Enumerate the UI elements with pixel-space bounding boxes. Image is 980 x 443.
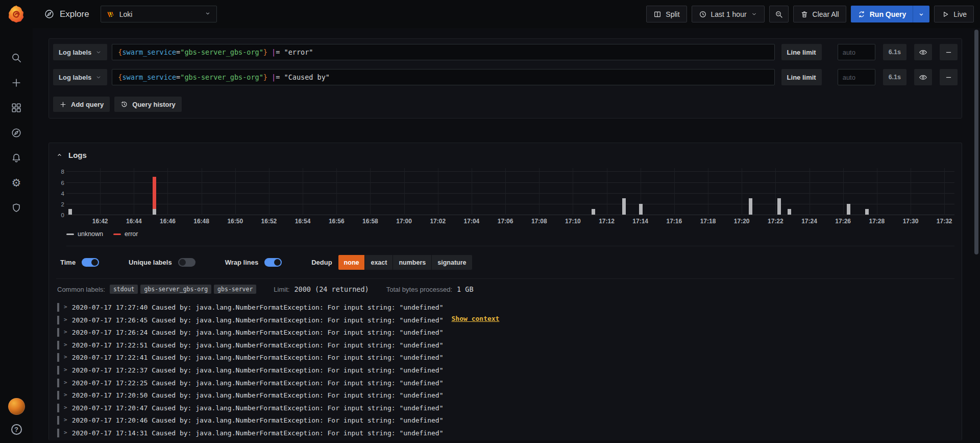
logs-panel-header[interactable]: Logs [56,148,954,162]
split-button[interactable]: Split [646,6,687,22]
line-limit-input[interactable] [838,69,875,85]
row-expand-chevron-icon[interactable]: > [64,354,67,360]
search-icon[interactable] [11,52,22,63]
dedup-option-none[interactable]: none [338,255,365,270]
create-new-icon[interactable] [11,77,22,88]
x-tick-label: 17:22 [768,218,783,225]
log-row[interactable]: >2020-07-17 17:22:51 Caused by: java.lan… [56,340,954,353]
log-row[interactable]: >2020-07-17 17:27:40 Caused by: java.lan… [56,302,954,315]
row-expand-chevron-icon[interactable]: > [64,429,67,436]
x-tick-label: 17:16 [667,218,682,225]
query-row-2: Log labels {swarm_service="gbs-server_gb… [53,69,958,85]
toggle-visibility-button[interactable] [914,69,932,85]
legend-item-unknown[interactable]: unknown [66,230,103,238]
x-tick-label: 16:42 [92,218,108,225]
log-row[interactable]: >2020-07-17 17:22:41 Caused by: java.lan… [56,352,954,365]
log-level-bar [57,316,59,324]
log-row[interactable]: >2020-07-17 17:22:25 Caused by: java.lan… [56,378,954,390]
split-icon [653,10,662,18]
log-row[interactable]: >2020-07-17 17:20:47 Caused by: java.lan… [56,403,954,415]
log-labels-dropdown[interactable]: Log labels [53,44,107,60]
row-expand-chevron-icon[interactable]: > [64,416,67,423]
gridline-h [66,204,954,204]
dedup-option-signature[interactable]: signature [432,255,472,270]
log-line-text: 2020-07-17 17:20:50 Caused by: java.lang… [72,390,444,401]
datasource-picker[interactable]: Loki [101,6,217,22]
chart-plot-area[interactable] [66,168,954,215]
configuration-gear-icon[interactable]: ⚙ [11,177,22,189]
grafana-logo-icon[interactable] [5,3,28,26]
toggle-switch[interactable] [82,258,99,267]
query-expression-input[interactable]: {swarm_service="gbs-server_gbs-org"} |= … [112,69,774,85]
server-admin-shield-icon[interactable] [11,202,22,214]
dedup-option-numbers[interactable]: numbers [393,255,431,270]
help-icon[interactable]: ? [11,424,22,435]
common-label-chip: stdout [110,285,138,294]
remove-query-button[interactable] [940,69,958,85]
toggle-visibility-button[interactable] [914,44,932,60]
log-volume-bar [592,209,595,215]
row-expand-chevron-icon[interactable]: > [64,404,67,411]
query-expression-input[interactable]: {swarm_service="gbs-server_gbs-org"} |= … [112,44,774,60]
log-volume-bar [639,204,643,215]
zoom-out-button[interactable] [769,6,789,22]
row-expand-chevron-icon[interactable]: > [64,391,67,398]
log-row[interactable]: >2020-07-17 17:26:24 Caused by: java.lan… [56,327,954,340]
x-tick-label: 16:48 [193,218,209,225]
scrollbar-thumb[interactable] [974,30,978,254]
bar-segment-unknown [592,209,595,215]
query-token: | [272,73,276,81]
log-row[interactable]: >2020-07-17 17:20:50 Caused by: java.lan… [56,390,954,403]
query-token: = [276,48,280,56]
explore-compass-icon[interactable] [11,127,22,138]
row-expand-chevron-icon[interactable]: > [64,341,67,348]
clear-all-button[interactable]: Clear All [793,6,846,22]
row-expand-chevron-icon[interactable]: > [64,366,67,373]
toggle-label: Time [60,259,76,266]
run-query-button[interactable]: Run Query [851,6,930,22]
chevron-down-icon [751,11,757,17]
log-volume-bar [777,198,781,215]
dashboards-grid-icon[interactable] [11,102,22,113]
line-limit-input[interactable] [838,44,875,60]
row-expand-chevron-icon[interactable]: > [64,316,67,323]
log-row[interactable]: >2020-07-17 17:22:37 Caused by: java.lan… [56,365,954,378]
log-volume-bar [622,198,626,215]
show-context-link[interactable]: Show context [452,315,500,322]
time-range-button[interactable]: Last 1 hour [692,6,765,22]
add-query-button[interactable]: Add query [53,97,110,112]
switch-knob [274,259,281,266]
query-token: = [176,73,180,81]
toggle-switch[interactable] [264,258,282,267]
switch-knob [179,259,186,266]
query-token: "gbs-server_gbs-org" [180,48,263,56]
remove-query-button[interactable] [940,44,958,60]
toggle-label: Unique labels [129,259,172,266]
alerting-bell-icon[interactable] [11,152,22,164]
log-row[interactable]: >2020-07-17 17:14:31 Caused by: java.lan… [56,428,954,440]
explore-content: Log labels {swarm_service="gbs-server_gb… [33,28,980,443]
log-volume-bar [68,209,72,215]
query-token: swarm_service [122,48,176,56]
common-labels-label: Common labels: [57,286,105,293]
user-avatar[interactable] [8,398,25,415]
chevron-down-icon [95,74,102,80]
query-token [267,73,272,81]
chevron-up-icon [56,152,63,158]
query-duration-badge: 6.1s [883,69,906,85]
query-token: = [176,48,180,56]
dedup-option-exact[interactable]: exact [365,255,393,270]
log-row[interactable]: >2020-07-17 17:26:45 Caused by: java.lan… [56,315,954,328]
query-token: | [272,48,276,56]
row-expand-chevron-icon[interactable]: > [64,379,67,386]
live-button[interactable]: Live [934,6,974,22]
run-query-dropdown[interactable] [913,6,929,22]
query-history-button[interactable]: Query history [114,97,182,112]
legend-item-error[interactable]: error [113,230,138,238]
log-row[interactable]: >2020-07-17 17:20:46 Caused by: java.lan… [56,415,954,428]
toggle-switch[interactable] [178,258,195,267]
log-line-text: 2020-07-17 17:20:46 Caused by: java.lang… [72,415,444,426]
row-expand-chevron-icon[interactable]: > [64,329,67,335]
log-labels-dropdown[interactable]: Log labels [53,69,107,85]
row-expand-chevron-icon[interactable]: > [64,304,67,310]
